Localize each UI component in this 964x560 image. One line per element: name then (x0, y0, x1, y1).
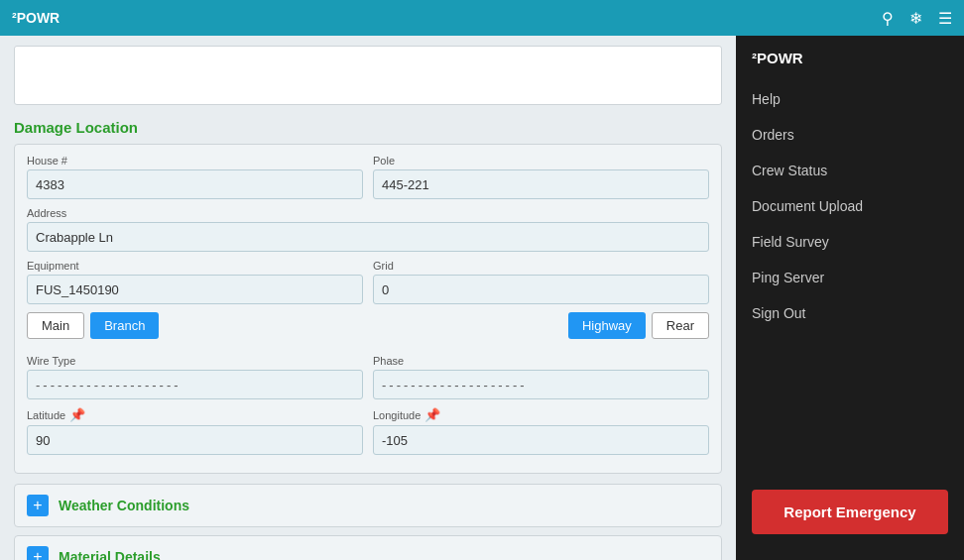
main-branch-group: Main Branch (27, 312, 159, 339)
emergency-button-wrapper: Report Emergency (736, 474, 964, 550)
pole-label: Pole (373, 155, 709, 167)
report-emergency-button[interactable]: Report Emergency (752, 490, 948, 534)
grid-label: Grid (373, 260, 709, 272)
sidebar-logo: ²POWR (752, 50, 803, 66)
sidebar-item-crew-status[interactable]: Crew Status (736, 153, 964, 188)
sidebar-item-ping-server[interactable]: Ping Server (736, 260, 964, 295)
longitude-input[interactable] (373, 425, 709, 455)
phase-group: Phase (373, 355, 709, 399)
material-expand-button[interactable]: + (27, 546, 49, 560)
house-group: House # (27, 155, 363, 199)
right-sidebar: ²POWR Help Orders Crew Status Document U… (736, 36, 964, 560)
address-row: Address (27, 207, 709, 252)
wire-type-group: Wire Type (27, 355, 363, 399)
top-navbar: ²POWR ⚲ ❄ ☰ (0, 0, 964, 36)
material-label: Material Details (59, 549, 161, 560)
branch-button[interactable]: Branch (90, 312, 159, 339)
phase-input[interactable] (373, 370, 709, 399)
equipment-label: Equipment (27, 260, 363, 272)
address-input[interactable] (27, 222, 709, 252)
grid-group: Grid (373, 260, 709, 304)
pole-input[interactable] (373, 169, 709, 199)
latitude-input[interactable] (27, 425, 363, 455)
main-button[interactable]: Main (27, 312, 84, 339)
pole-group: Pole (373, 155, 709, 199)
highway-button[interactable]: Highway (568, 312, 646, 339)
address-group: Address (27, 207, 709, 252)
latitude-label: Latitude 📌 (27, 407, 363, 422)
address-label: Address (27, 207, 709, 219)
grid-input[interactable] (373, 275, 709, 304)
highway-rear-group: Highway Rear (568, 312, 709, 339)
sidebar-item-document-upload[interactable]: Document Upload (736, 188, 964, 224)
longitude-location-icon: 📌 (424, 407, 440, 422)
material-section: + Material Details (14, 535, 722, 560)
damage-location-header: Damage Location (14, 119, 722, 136)
equipment-group: Equipment (27, 260, 363, 304)
button-row: Main Branch Highway Rear (27, 312, 709, 347)
house-input[interactable] (27, 169, 363, 199)
wire-type-label: Wire Type (27, 355, 363, 367)
sidebar-item-sign-out[interactable]: Sign Out (736, 295, 964, 331)
top-logo: ²POWR (12, 10, 60, 26)
snowflake-icon[interactable]: ❄ (909, 9, 922, 28)
lat-lon-row: Latitude 📌 Longitude 📌 (27, 407, 709, 455)
content-area: Damage Location House # Pole Address (0, 36, 736, 560)
menu-icon[interactable]: ☰ (938, 9, 952, 28)
weather-expand-button[interactable]: + (27, 495, 49, 516)
rear-button[interactable]: Rear (652, 312, 709, 339)
sidebar-item-help[interactable]: Help (736, 81, 964, 117)
damage-location-form: House # Pole Address Equipment (14, 144, 722, 474)
latitude-location-icon: 📌 (69, 407, 85, 422)
weather-section: + Weather Conditions (14, 484, 722, 527)
notes-textarea[interactable] (14, 46, 722, 105)
equipment-grid-row: Equipment Grid (27, 260, 709, 304)
equipment-input[interactable] (27, 275, 363, 304)
sidebar-logo-area: ²POWR (736, 46, 964, 81)
house-pole-row: House # Pole (27, 155, 709, 199)
sidebar-item-field-survey[interactable]: Field Survey (736, 224, 964, 260)
house-label: House # (27, 155, 363, 167)
latitude-group: Latitude 📌 (27, 407, 363, 455)
wire-type-input[interactable] (27, 370, 363, 399)
longitude-group: Longitude 📌 (373, 407, 709, 455)
wire-phase-row: Wire Type Phase (27, 355, 709, 399)
longitude-label: Longitude 📌 (373, 407, 709, 422)
sidebar-item-orders[interactable]: Orders (736, 117, 964, 153)
fork-icon[interactable]: ⚲ (882, 9, 894, 28)
weather-label: Weather Conditions (59, 498, 189, 513)
phase-label: Phase (373, 355, 709, 367)
